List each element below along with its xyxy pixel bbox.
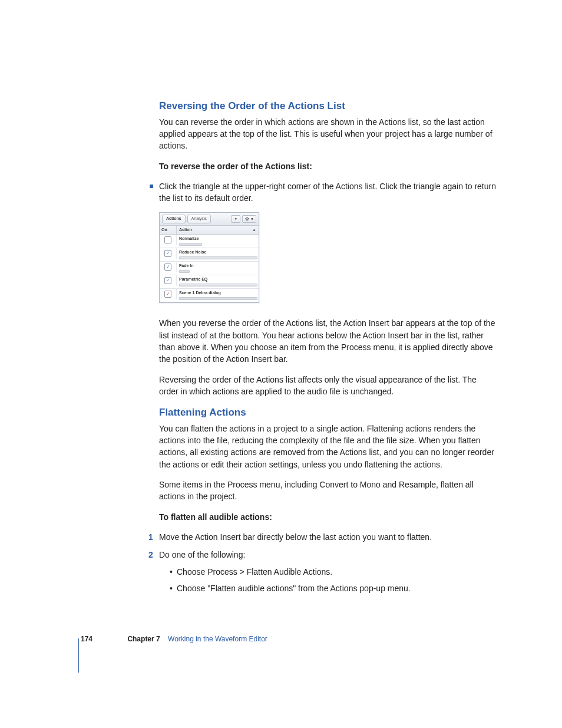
tab-analysis[interactable]: Analysis — [187, 215, 211, 223]
col-header-on[interactable]: On — [160, 226, 177, 234]
table-row[interactable]: ✓Reduce Noise — [160, 248, 259, 262]
col-header-action[interactable]: Action ▲ — [177, 226, 259, 234]
tab-actions[interactable]: Actions — [162, 215, 186, 223]
checkbox[interactable] — [164, 236, 171, 243]
checkbox[interactable]: ✓ — [164, 263, 171, 271]
action-cell: Reduce Noise — [177, 248, 259, 261]
action-label: Scene 1 Debra dialog — [179, 291, 221, 295]
gear-icon: ✿ — [245, 216, 249, 223]
action-cell: Parametric EQ — [177, 275, 259, 288]
section1-para2: When you reverse the order of the Action… — [159, 317, 497, 365]
column-headers: On Action ▲ — [160, 226, 259, 235]
sort-triangle-icon[interactable]: ▲ — [252, 227, 256, 233]
bullet-list-reverse: Click the triangle at the upper-right co… — [159, 180, 497, 205]
section2-intro: You can flatten the actions in a project… — [159, 423, 497, 470]
action-bar — [179, 243, 202, 246]
page-number: 174 — [81, 635, 92, 643]
actions-panel: Actions Analysis ✦ ✿ ▾ On Action ▲ Norma… — [159, 212, 259, 303]
flatten-sub-list: Choose Process > Flatten Audible Actions… — [170, 566, 497, 595]
flatten-step-1-text: Move the Action Insert bar directly belo… — [159, 532, 432, 542]
checkbox[interactable]: ✓ — [164, 277, 171, 284]
panel-header: Actions Analysis ✦ ✿ ▾ — [160, 213, 259, 225]
action-label: Parametric EQ — [179, 277, 207, 281]
col-header-action-label: Action — [179, 228, 192, 232]
flatten-sub-2: Choose "Flatten audible actions" from th… — [170, 582, 497, 594]
numbered-list-flatten: 1Move the Action Insert bar directly bel… — [159, 531, 497, 594]
table-row[interactable]: ✓Fade In — [160, 262, 259, 275]
page-footer: 174 Chapter 7 Working in the Waveform Ed… — [81, 634, 267, 644]
action-bar — [179, 270, 190, 273]
section2-para2: Some items in the Process menu, includin… — [159, 479, 497, 503]
howto-label-reverse: To reverse the order of the Actions list… — [159, 160, 497, 172]
flatten-step-2-text: Do one of the following: — [159, 550, 245, 559]
action-bar — [179, 297, 257, 300]
gear-menu-icon[interactable]: ✿ ▾ — [242, 215, 256, 223]
chapter-title: Working in the Waveform Editor — [168, 635, 267, 643]
chevron-down-icon: ▾ — [251, 216, 253, 223]
table-row[interactable]: Normalize — [160, 235, 259, 248]
action-cell: Fade In — [177, 262, 259, 275]
action-cell: Scene 1 Debra dialog — [177, 289, 259, 302]
section1-para3: Reversing the order of the Actions list … — [159, 374, 497, 398]
section1-intro: You can reverse the order in which actio… — [159, 116, 497, 152]
checkbox[interactable]: ✓ — [164, 291, 171, 298]
page-content: Reversing the Order of the Actions List … — [0, 0, 562, 594]
action-bar — [179, 284, 257, 286]
footer-divider — [78, 638, 79, 673]
howto-label-flatten: To flatten all audible actions: — [159, 511, 497, 523]
flatten-step-1: 1Move the Action Insert bar directly bel… — [159, 531, 497, 543]
checkbox[interactable]: ✓ — [164, 250, 171, 257]
table-row[interactable]: ✓Scene 1 Debra dialog — [160, 289, 259, 302]
section-heading-reversing: Reversing the Order of the Actions List — [159, 99, 497, 114]
action-bar — [179, 256, 257, 259]
action-label: Fade In — [179, 263, 194, 268]
add-icon[interactable]: ✦ — [231, 215, 240, 223]
action-cell: Normalize — [177, 235, 259, 248]
action-label: Reduce Noise — [179, 250, 206, 254]
section-heading-flattening: Flattening Actions — [159, 406, 497, 420]
flatten-step-2: 2Do one of the following: Choose Process… — [159, 549, 497, 594]
reverse-step-1: Click the triangle at the upper-right co… — [159, 180, 497, 205]
action-label: Normalize — [179, 236, 199, 241]
panel-rows: Normalize✓Reduce Noise✓Fade In✓Parametri… — [160, 235, 259, 303]
chapter-label: Chapter 7 — [127, 635, 160, 643]
table-row[interactable]: ✓Parametric EQ — [160, 275, 259, 289]
flatten-sub-1: Choose Process > Flatten Audible Actions… — [170, 566, 497, 578]
